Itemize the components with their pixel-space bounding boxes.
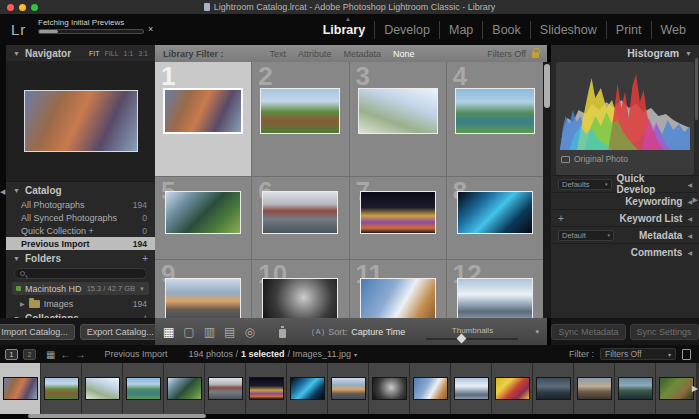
grid-view-shortcut-icon[interactable]: ▦ [46,349,55,360]
filmstrip-cell[interactable] [41,363,82,414]
filter-toggle-icon[interactable] [682,349,691,360]
filmstrip-thumbnail[interactable] [44,377,79,400]
filmstrip-scroll-right-icon[interactable]: ▶ [692,384,698,393]
filmstrip-thumbnail[interactable] [126,377,161,400]
grid-photo-cell[interactable]: 5 [155,177,251,259]
zoom-window-icon[interactable] [31,4,38,11]
grid-photo-cell[interactable]: 1 [155,62,251,176]
secondary-window-button[interactable]: 2 [23,349,36,360]
filmstrip-thumbnail[interactable] [413,377,448,400]
photo-thumbnail[interactable] [163,88,243,134]
thumbnail-size-slider[interactable] [426,338,518,340]
quick-develop-row[interactable]: Defaults ▾ Quick Develop ◀ [551,175,699,192]
filmstrip-thumbnail[interactable] [577,377,612,400]
export-catalog-button[interactable]: Export Catalog... [80,324,161,340]
disclosure-icon[interactable]: ▶ [20,300,25,307]
collapse-right-panel-icon[interactable]: ▶ [693,196,698,204]
filmstrip-thumbnail[interactable] [618,377,653,400]
collapse-top-panel-icon[interactable]: ▲ [345,16,351,22]
filmstrip-cell[interactable] [615,363,656,414]
filmstrip-cell[interactable] [451,363,492,414]
photo-thumbnail[interactable] [165,278,241,318]
module-tab[interactable]: Library [314,21,374,39]
filter-option[interactable]: Text [270,49,287,59]
filmstrip-thumbnail[interactable] [536,377,571,400]
import-catalog-button[interactable]: Import Catalog... [0,324,75,340]
add-keyword-icon[interactable]: + [558,213,564,224]
sort-value[interactable]: Capture Time [351,327,405,337]
zoom-ratio-option[interactable]: FIT [89,50,100,57]
painter-spray-icon[interactable] [278,325,287,339]
filmstrip-cell[interactable] [656,363,697,414]
toolbar-options-icon[interactable]: ▾ [535,328,539,336]
grid-photo-cell[interactable]: 2 [252,62,348,176]
minimize-window-icon[interactable] [19,4,26,11]
grid-photo-cell[interactable]: 4 [447,62,543,176]
photo-thumbnail[interactable] [455,88,535,134]
filmstrip-thumbnail[interactable] [454,377,489,400]
sync-metadata-button[interactable]: Sync Metadata [551,324,625,340]
metadata-row[interactable]: Default ▾ Metadata ◀ [551,226,699,243]
keyword-list-row[interactable]: + Keyword List ◀ [551,209,699,226]
navigator-header[interactable]: ▼ Navigator FIT FILL 1:1 3:1 [6,45,155,61]
photo-thumbnail[interactable] [262,191,338,234]
go-back-icon[interactable]: ← [60,349,70,360]
grid-photo-cell[interactable]: 10 [252,260,348,318]
add-folder-icon[interactable]: + [142,253,148,264]
filter-option[interactable]: Attribute [298,49,332,59]
grid-photo-cell[interactable]: 8 [447,177,543,259]
grid-scrollbar[interactable] [543,62,551,318]
survey-view-icon[interactable]: ▤ [224,326,235,338]
sync-settings-button[interactable]: Sync Settings [630,324,699,340]
slider-knob[interactable] [456,334,466,344]
filmstrip-cell[interactable] [492,363,533,414]
filmstrip-cell[interactable] [410,363,451,414]
filmstrip-source[interactable]: Previous Import [104,349,167,359]
grid-photo-cell[interactable]: 11 [350,260,446,318]
module-tab[interactable]: Develop [374,21,439,39]
grid-view-icon[interactable]: ▦ [163,326,174,338]
module-tab[interactable]: Book [482,21,530,39]
sort-direction-icon[interactable]: ( A ) [312,328,324,335]
navigator-preview-image[interactable] [24,90,138,152]
zoom-ratio-option[interactable]: 3:1 [138,50,148,57]
module-tab[interactable]: Web [651,21,695,39]
filmstrip-thumbnail[interactable] [290,377,325,400]
filmstrip-cell[interactable] [123,363,164,414]
volume-caret-icon[interactable]: ▼ [139,286,145,292]
folder-row[interactable]: ▶ Images 194 [6,297,155,310]
catalog-list-item[interactable]: All Photographs 194 [6,198,155,211]
grid-photo-cell[interactable]: 3 [350,62,446,176]
filmstrip-thumbnail[interactable] [167,377,202,400]
compare-view-icon[interactable]: ▥ [204,326,215,338]
grid-photo-cell[interactable]: 7 [350,177,446,259]
photo-thumbnail[interactable] [358,88,438,134]
catalog-header[interactable]: ▼ Catalog [6,182,155,198]
filmstrip-cell[interactable] [205,363,246,414]
filter-status[interactable]: Filters Off [487,49,539,59]
filter-lock-icon[interactable] [532,52,539,58]
filmstrip-thumbnail[interactable] [372,377,407,400]
filmstrip-status[interactable]: 194 photos / 1 selected / Images_11.jpg … [188,349,356,359]
folders-header[interactable]: ▼ Folders + [6,250,155,266]
filmstrip-thumbnail[interactable] [331,377,366,400]
filter-option[interactable]: None [393,49,415,59]
cancel-progress-icon[interactable]: × [148,25,153,34]
module-tab[interactable]: Print [606,21,651,39]
grid-photo-cell[interactable]: 6 [252,177,348,259]
photo-thumbnail[interactable] [262,278,338,318]
module-tab[interactable]: Map [439,21,482,39]
photo-thumbnail[interactable] [457,191,533,234]
filmstrip-thumbnail[interactable] [208,377,243,400]
filmstrip-thumbnail[interactable] [659,377,694,400]
photo-thumbnail[interactable] [360,278,436,318]
loupe-view-icon[interactable]: ▢ [183,326,194,338]
photo-thumbnail[interactable] [260,88,340,134]
zoom-ratio-option[interactable]: FILL [105,50,119,57]
collections-header[interactable]: ▼ Collections + [6,310,155,318]
filmstrip-scrollbar-thumb[interactable] [28,414,206,418]
go-forward-icon[interactable]: → [75,349,85,360]
filmstrip-thumbnail[interactable] [495,377,530,400]
filmstrip-thumbnail[interactable] [85,377,120,400]
module-tab[interactable]: Slideshow [530,21,606,39]
